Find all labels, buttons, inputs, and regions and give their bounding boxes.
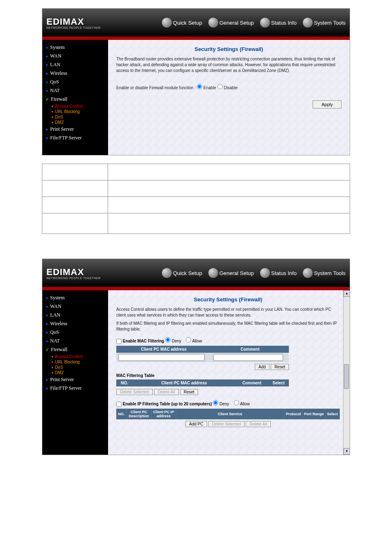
access-control-screenshot: EDIMAX NETWORKING PEOPLE TOGETHER Quick … <box>42 259 350 455</box>
scroll-down-icon[interactable]: ▼ <box>344 448 350 455</box>
general-setup-icon <box>208 268 218 278</box>
sidebar-item-system-2[interactable]: System <box>42 294 108 302</box>
nav-quick-setup[interactable]: Quick Setup <box>162 18 202 28</box>
sidebar-item-nat-2[interactable]: NAT <box>42 337 108 345</box>
doc-cell-4-2 <box>108 213 350 234</box>
top-nav: Quick Setup General Setup Status Info Sy… <box>162 18 346 28</box>
sidebar-item-nat[interactable]: NAT <box>42 86 108 95</box>
sidebar-item-qos[interactable]: QoS <box>42 78 108 86</box>
mac-filter-label: Enable MAC Filtering <box>123 339 164 343</box>
doc-cell-3-2 <box>108 197 350 213</box>
mac-tbl-select: Select <box>268 379 289 386</box>
mac-filtering-table: NO. Client PC MAC address Comment Select <box>116 379 289 386</box>
sidebar-item-wireless[interactable]: Wireless <box>42 69 108 78</box>
ip-tbl-desc: Client PC Description <box>127 409 151 419</box>
mac-delete-all-button[interactable]: Delete All <box>154 389 179 395</box>
mac-filter-enable-row: Enable MAC Filtering Deny Allow <box>116 337 340 344</box>
ip-deny-radio[interactable] <box>213 400 218 405</box>
ip-tbl-port: Port Range <box>303 409 325 419</box>
page-title: Security Settings (Firewall) <box>116 46 341 52</box>
header-2: EDIMAX NETWORKING PEOPLE TOGETHER Quick … <box>42 259 350 287</box>
enable-radio[interactable] <box>197 84 202 89</box>
sidebar-item-wan[interactable]: WAN <box>42 52 108 60</box>
nav-general-setup-2[interactable]: General Setup <box>208 268 254 278</box>
sidebar-item-qos-2[interactable]: QoS <box>42 328 108 337</box>
quick-setup-icon <box>162 268 172 278</box>
ip-tbl-ip: Client PC IP address <box>151 409 176 419</box>
mac-delete-selected-button[interactable]: Delete Selected <box>116 389 153 395</box>
scroll-thumb[interactable] <box>344 364 349 389</box>
logo: EDIMAX NETWORKING PEOPLE TOGETHER <box>46 16 101 29</box>
top-nav-2: Quick Setup General Setup Status Info Sy… <box>162 268 346 278</box>
nav-system-tools-2[interactable]: System Tools <box>303 268 346 278</box>
scroll-up-icon[interactable]: ▲ <box>344 290 350 297</box>
mac-add-table: Client PC MAC address Comment <box>116 346 289 362</box>
ip-delete-selected-button[interactable]: Delete Selected <box>208 421 245 427</box>
sidebar: System WAN LAN Wireless QoS NAT Firewall… <box>42 40 108 155</box>
red-divider-2 <box>42 287 350 290</box>
sidebar-sub-dmz[interactable]: DMZ <box>42 120 108 125</box>
mac-tbl-no: NO. <box>116 379 133 386</box>
mac-add-button[interactable]: Add <box>255 364 270 370</box>
sidebar-sub-dos-2[interactable]: DoS <box>42 365 108 370</box>
mac-filter-checkbox[interactable] <box>116 339 122 344</box>
sidebar-item-print-server[interactable]: Print Server <box>42 125 108 134</box>
scrollbar[interactable]: ▲ ▼ <box>343 290 350 455</box>
mac-addr-header: Client PC MAC address <box>116 346 211 353</box>
nav-status-info[interactable]: Status Info <box>260 18 297 28</box>
disable-radio[interactable] <box>217 84 223 89</box>
apply-button[interactable]: Apply <box>313 100 341 109</box>
sidebar-sub-url-blocking-2[interactable]: URL Blocking <box>42 359 108 365</box>
sidebar-item-lan-2[interactable]: LAN <box>42 311 108 319</box>
nav-quick-setup-2[interactable]: Quick Setup <box>162 268 202 278</box>
ip-allow-label: Allow <box>240 402 250 406</box>
ip-deny-label: Deny <box>219 402 229 406</box>
mac-table-label: MAC Filtering Table <box>116 373 340 378</box>
mac-allow-label: Allow <box>192 339 202 343</box>
sidebar-item-wan-2[interactable]: WAN <box>42 302 108 311</box>
system-tools-icon <box>303 18 313 28</box>
ip-delete-all-button[interactable]: Delete All <box>246 421 270 427</box>
mac-deny-radio[interactable] <box>165 337 171 342</box>
ip-table-buttons: Add PC Delete Selected Delete All <box>116 421 340 427</box>
mac-addr-input[interactable] <box>118 354 205 361</box>
mac-reset-button[interactable]: Reset <box>271 364 289 370</box>
doc-cell-1-2 <box>108 164 350 180</box>
sidebar-item-print-server-2[interactable]: Print Server <box>42 375 108 384</box>
mac-allow-radio[interactable] <box>186 337 191 342</box>
sidebar-sub-url-blocking[interactable]: URL Blocking <box>42 109 108 114</box>
logo-2: EDIMAX NETWORKING PEOPLE TOGETHER <box>46 267 101 280</box>
content-2: System WAN LAN Wireless QoS NAT Firewall… <box>42 290 350 455</box>
sidebar-sub-access-control[interactable]: Access Control <box>42 104 108 109</box>
logo-tagline: NETWORKING PEOPLE TOGETHER <box>46 26 101 29</box>
sidebar-item-file-ftp-server-2[interactable]: File/FTP Server <box>42 384 108 393</box>
quick-setup-icon <box>162 18 172 28</box>
mac-tbl-addr: Client PC MAC address <box>133 379 235 386</box>
sidebar-sub-dos[interactable]: DoS <box>42 114 108 120</box>
ip-filter-checkbox[interactable] <box>116 402 122 407</box>
sidebar-item-firewall-2[interactable]: Firewall <box>42 345 108 354</box>
mac-deny-label: Deny <box>172 339 181 343</box>
sidebar-item-firewall[interactable]: Firewall <box>42 95 108 104</box>
sidebar-item-lan[interactable]: LAN <box>42 60 108 69</box>
red-divider <box>42 37 350 40</box>
add-pc-button[interactable]: Add PC <box>185 421 207 427</box>
mac-comment-header: Comment <box>211 346 289 353</box>
mac-table-buttons: Delete Selected Delete All Reset <box>116 389 340 395</box>
nav-status-info-2[interactable]: Status Info <box>260 268 297 278</box>
sidebar-item-wireless-2[interactable]: Wireless <box>42 319 108 328</box>
sidebar-sub-access-control-2[interactable]: Access Control <box>42 354 108 359</box>
system-tools-icon <box>303 268 313 278</box>
ip-allow-radio[interactable] <box>234 400 239 405</box>
sidebar-item-file-ftp-server[interactable]: File/FTP Server <box>42 134 108 142</box>
ip-filter-enable-row: Enable IP Filtering Table (up to 20 comp… <box>116 400 340 407</box>
nav-general-setup[interactable]: General Setup <box>208 18 254 28</box>
main-panel-2: ▲ ▼ Security Settings (Firewall) Access … <box>108 290 350 455</box>
sidebar-sub-dmz-2[interactable]: DMZ <box>42 370 108 375</box>
logo-text: EDIMAX <box>46 16 84 27</box>
module-label: Enable or disable Firewall module functi… <box>116 86 196 90</box>
nav-system-tools[interactable]: System Tools <box>303 18 346 28</box>
mac-table-reset-button[interactable]: Reset <box>180 389 198 395</box>
mac-comment-input[interactable] <box>213 354 283 361</box>
sidebar-item-system[interactable]: System <box>42 43 108 52</box>
